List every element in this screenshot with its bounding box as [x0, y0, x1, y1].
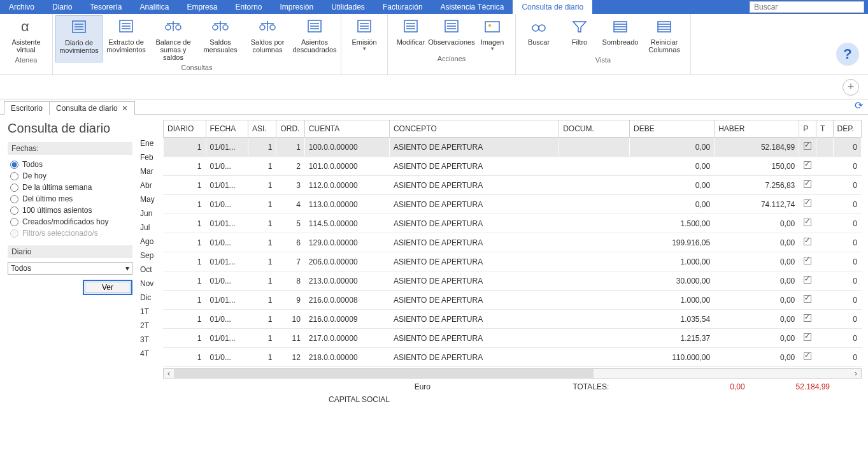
col-header[interactable]: DEBE [630, 120, 715, 138]
month-jul[interactable]: Jul [138, 220, 163, 235]
fechas-option-0[interactable]: Todos [8, 159, 132, 170]
close-icon[interactable]: ✕ [122, 104, 128, 113]
col-header[interactable]: DIARIO [164, 120, 206, 138]
col-header[interactable]: CUENTA [304, 120, 389, 138]
data-grid[interactable]: DIARIOFECHAASI.ORD.CUENTACONCEPTODOCUM.D… [163, 120, 862, 367]
ribbon-balance-de-sumas-y-saldos[interactable]: Balance de sumas y saldos [150, 15, 197, 62]
table-row[interactable]: 101/01...17206.0.0.00000ASIENTO DE APERT… [164, 252, 862, 271]
menu-item-archivo[interactable]: Archivo [0, 0, 43, 14]
menu-item-asistencia-t-cnica[interactable]: Asistencia Técnica [432, 0, 513, 14]
checkbox-p[interactable] [804, 276, 811, 284]
month-sep[interactable]: Sep [138, 249, 163, 263]
ribbon-buscar[interactable]: Buscar [518, 15, 559, 55]
ribbon-asientos-descuadrados[interactable]: Asientos descuadrados [291, 15, 338, 62]
menu-item-empresa[interactable]: Empresa [178, 0, 226, 14]
month-ene[interactable]: Ene [138, 136, 163, 150]
col-header[interactable]: ORD. [276, 120, 304, 138]
col-header[interactable]: P [799, 120, 816, 138]
menu-item-entorno[interactable]: Entorno [226, 0, 271, 14]
search-input[interactable] [750, 1, 864, 13]
menu-item-consulta-de-diario[interactable]: Consulta de diario [513, 0, 592, 14]
table-row[interactable]: 101/0...14113.0.0.00000ASIENTO DE APERTU… [164, 195, 862, 214]
month-1t[interactable]: 1T [138, 305, 163, 319]
radio-input[interactable] [10, 184, 18, 192]
ribbon-reiniciar-columnas[interactable]: Reiniciar Columnas [641, 15, 688, 55]
table-row[interactable]: 101/01...111217.0.0.00000ASIENTO DE APER… [164, 329, 862, 348]
menu-item-utilidades[interactable]: Utilidades [322, 0, 374, 14]
table-row[interactable]: 101/01...11100.0.0.00000ASIENTO DE APERT… [164, 138, 862, 157]
radio-input[interactable] [10, 218, 18, 226]
checkbox-p[interactable] [804, 314, 811, 322]
ribbon-diario-de-movimientos[interactable]: Diario de movimientos [55, 15, 103, 62]
month-feb[interactable]: Feb [138, 150, 163, 164]
fechas-option-5[interactable]: Creados/modificados hoy [8, 216, 132, 227]
refresh-icon[interactable]: ⟳ [855, 99, 863, 112]
col-header[interactable]: CONCEPTO [389, 120, 559, 138]
table-row[interactable]: 101/0...16129.0.0.00000ASIENTO DE APERTU… [164, 233, 862, 252]
ribbon-imagen[interactable]: Imagen▾ [472, 15, 513, 54]
checkbox-p[interactable] [804, 219, 811, 226]
menu-item-facturaci-n[interactable]: Facturación [374, 0, 432, 14]
month-oct[interactable]: Oct [138, 263, 163, 277]
month-ago[interactable]: Ago [138, 235, 163, 249]
radio-input[interactable] [10, 161, 18, 169]
col-header[interactable]: DEP. [833, 120, 861, 138]
radio-input[interactable] [10, 195, 18, 203]
month-abr[interactable]: Abr [138, 178, 163, 192]
checkbox-p[interactable] [804, 161, 811, 169]
add-button[interactable]: + [843, 79, 859, 96]
month-mar[interactable]: Mar [138, 164, 163, 178]
month-4t[interactable]: 4T [138, 347, 163, 361]
ribbon-saldos-mensuales[interactable]: Saldos mensuales [197, 15, 244, 62]
scroll-left-icon[interactable]: ‹ [164, 369, 174, 378]
menu-item-anal-tica[interactable]: Analítica [131, 0, 178, 14]
fechas-option-3[interactable]: Del último mes [8, 193, 132, 205]
ver-button[interactable]: Ver [83, 280, 132, 295]
table-row[interactable]: 101/0...12101.0.0.00000ASIENTO DE APERTU… [164, 157, 862, 176]
col-header[interactable]: HABER [715, 120, 799, 138]
col-header[interactable]: DOCUM. [559, 120, 630, 138]
menu-item-impresi-n[interactable]: Impresión [271, 0, 322, 14]
fechas-option-1[interactable]: De hoy [8, 170, 132, 182]
checkbox-p[interactable] [804, 333, 811, 341]
month-may[interactable]: May [138, 192, 163, 206]
checkbox-p[interactable] [804, 238, 811, 245]
help-icon[interactable]: ? [836, 43, 859, 66]
ribbon-extracto-de-movimientos[interactable]: Extracto de movimientos [103, 15, 150, 62]
checkbox-p[interactable] [804, 199, 811, 207]
ribbon-emisión[interactable]: Emisión▾ [344, 15, 385, 54]
checkbox-p[interactable] [804, 295, 811, 303]
ribbon-modificar[interactable]: Modificar [390, 15, 431, 54]
table-row[interactable]: 101/01...19216.0.0.00008ASIENTO DE APERT… [164, 291, 862, 310]
checkbox-p[interactable] [804, 180, 811, 188]
tab-escritorio[interactable]: Escritorio [4, 101, 50, 115]
col-header[interactable]: ASI. [248, 120, 276, 138]
month-jun[interactable]: Jun [138, 206, 163, 220]
ribbon-sombreado[interactable]: Sombreado [600, 15, 641, 55]
menu-item-tesorer-a[interactable]: Tesorería [81, 0, 131, 14]
table-row[interactable]: 101/0...110216.0.0.00009ASIENTO DE APERT… [164, 310, 862, 329]
tab-consulta-de-diario[interactable]: Consulta de diario✕ [49, 101, 135, 115]
checkbox-p[interactable] [804, 142, 811, 150]
checkbox-p[interactable] [804, 352, 811, 360]
ribbon-asistente-virtual[interactable]: αAsistente virtual [3, 15, 50, 55]
menu-item-diario[interactable]: Diario [43, 0, 81, 14]
radio-input[interactable] [10, 206, 18, 215]
ribbon-filtro[interactable]: Filtro [559, 15, 600, 55]
scroll-right-icon[interactable]: › [851, 369, 861, 378]
table-row[interactable]: 101/0...18213.0.0.00000ASIENTO DE APERTU… [164, 271, 862, 291]
table-row[interactable]: 101/01...13112.0.0.00000ASIENTO DE APERT… [164, 176, 862, 195]
ribbon-observaciones[interactable]: Observaciones [431, 15, 472, 54]
table-row[interactable]: 101/01...15114.5.0.00000ASIENTO DE APERT… [164, 214, 862, 233]
horizontal-scrollbar[interactable]: ‹ › [163, 368, 862, 379]
col-header[interactable]: FECHA [206, 120, 248, 138]
month-nov[interactable]: Nov [138, 277, 163, 291]
col-header[interactable]: T [816, 120, 833, 138]
table-row[interactable]: 101/0...112218.0.0.00000ASIENTO DE APERT… [164, 348, 862, 367]
fechas-option-4[interactable]: 100 últimos asientos [8, 205, 132, 216]
fechas-option-2[interactable]: De la última semana [8, 182, 132, 193]
checkbox-p[interactable] [804, 257, 811, 264]
month-2t[interactable]: 2T [138, 319, 163, 333]
month-3t[interactable]: 3T [138, 333, 163, 347]
ribbon-saldos-por-columnas[interactable]: Saldos por columnas [244, 15, 291, 62]
